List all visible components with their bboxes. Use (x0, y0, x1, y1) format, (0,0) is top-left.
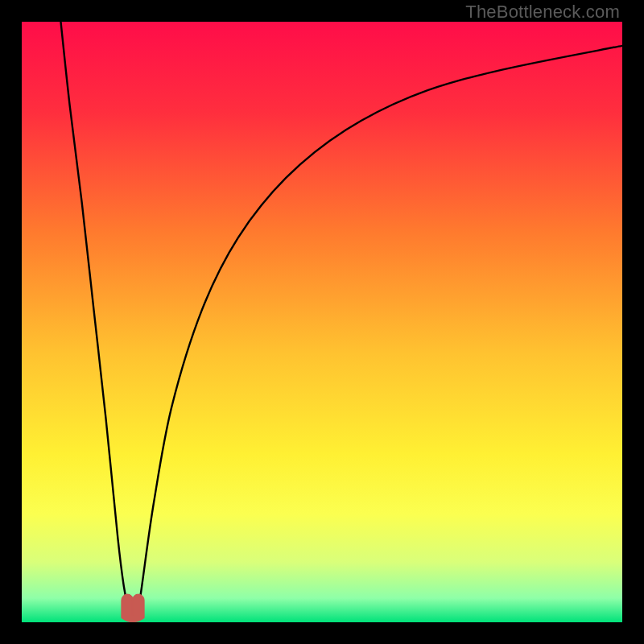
dip-marker-icon (122, 594, 144, 622)
chart-svg (22, 22, 622, 622)
watermark-text: TheBottleneck.com (465, 2, 620, 23)
plot-area (22, 22, 622, 622)
gradient-background (22, 22, 622, 622)
chart-frame: TheBottleneck.com (0, 0, 644, 644)
